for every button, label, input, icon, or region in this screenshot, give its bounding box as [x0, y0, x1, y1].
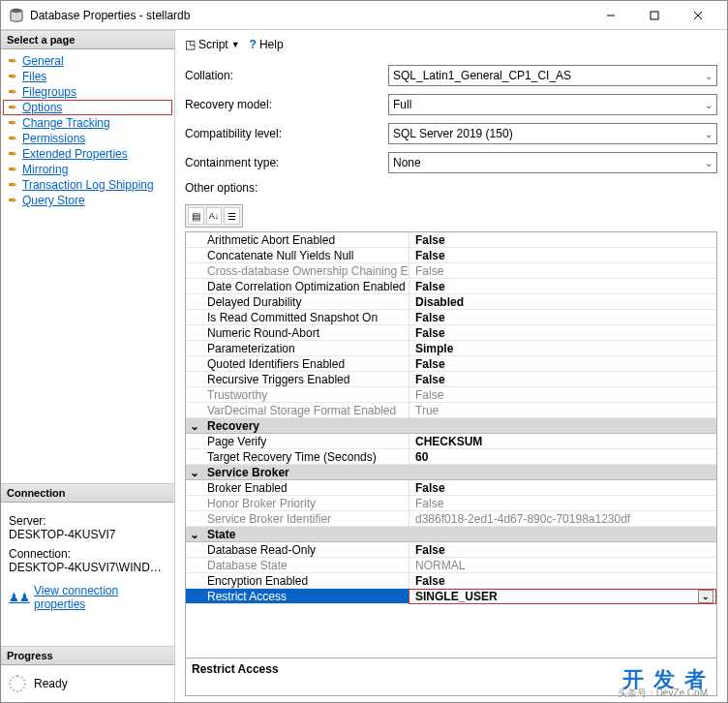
connection-header: Connection [1, 483, 174, 503]
sidebar-item-permissions[interactable]: ✒Permissions [3, 131, 172, 146]
property-row[interactable]: Date Correlation Optimization EnabledFal… [186, 279, 716, 294]
property-row[interactable]: Cross-database Ownership Chaining Enable… [186, 263, 716, 279]
sidebar-item-options[interactable]: ✒Options [3, 100, 172, 115]
property-row[interactable]: Concatenate Null Yields NullFalse [186, 248, 716, 263]
chevron-down-icon[interactable]: ⌄ [698, 590, 713, 603]
svg-rect-2 [651, 12, 658, 19]
property-row[interactable]: Delayed DurabilityDisabled [186, 294, 716, 310]
server-label: Server: [9, 514, 167, 528]
close-button[interactable] [676, 2, 719, 29]
pin-icon: ✒ [7, 178, 18, 192]
script-button[interactable]: ◳ Script ▼ [185, 38, 240, 51]
sidebar-item-query-store[interactable]: ✒Query Store [3, 193, 172, 208]
database-icon [9, 8, 24, 23]
window-title: Database Properties - stellardb [30, 9, 589, 22]
property-value: False [409, 574, 716, 588]
sidebar-item-transaction-log-shipping[interactable]: ✒Transaction Log Shipping [3, 177, 172, 193]
collation-select[interactable]: SQL_Latin1_General_CP1_CI_AS⌄ [388, 65, 717, 86]
page-list: ✒General✒Files✒Filegroups✒Options✒Change… [1, 49, 174, 212]
pin-icon: ✒ [7, 70, 18, 83]
property-name: Database State [186, 559, 409, 572]
property-row[interactable]: Target Recovery Time (Seconds)60 [186, 449, 716, 465]
property-row[interactable]: Database Read-OnlyFalse [186, 542, 716, 558]
property-value: False [409, 280, 716, 293]
maximize-button[interactable] [632, 2, 676, 29]
property-name: Database Read-Only [186, 543, 409, 557]
pin-icon: ✒ [7, 163, 18, 176]
sidebar-item-label: Mirroring [22, 163, 68, 176]
sidebar-item-general[interactable]: ✒General [3, 53, 172, 69]
chevron-down-icon: ⌄ [705, 71, 713, 81]
minimize-button[interactable] [589, 2, 632, 29]
property-row[interactable]: Database StateNORMAL [186, 558, 716, 573]
property-row[interactable]: Is Read Committed Snapshot OnFalse [186, 310, 716, 325]
property-row[interactable]: Restrict AccessSINGLE_USER⌄ [186, 589, 716, 604]
containment-type-select[interactable]: None⌄ [388, 152, 717, 173]
property-pages-button[interactable]: ☰ [224, 207, 240, 225]
server-value: DESKTOP-4KUSVI7 [9, 528, 167, 541]
property-row[interactable]: Recursive Triggers EnabledFalse [186, 372, 716, 387]
collapse-icon[interactable]: ⌄ [186, 466, 203, 479]
property-name: Parameterization [186, 342, 409, 355]
property-row[interactable]: Honor Broker PriorityFalse [186, 496, 716, 511]
pin-icon: ✒ [7, 85, 18, 99]
chevron-down-icon: ⌄ [705, 129, 713, 139]
property-row[interactable]: TrustworthyFalse [186, 387, 716, 403]
sidebar-item-label: General [22, 54, 64, 68]
property-row[interactable]: Broker EnabledFalse [186, 480, 716, 496]
select-page-header: Select a page [1, 30, 174, 49]
property-grid[interactable]: Arithmetic Abort EnabledFalseConcatenate… [185, 231, 717, 658]
sidebar-item-files[interactable]: ✒Files [3, 69, 172, 84]
property-name: Service Broker Identifier [186, 512, 409, 526]
view-connection-properties-link[interactable]: ♟♟ View connection properties [9, 584, 167, 611]
property-name: Cross-database Ownership Chaining Enable… [186, 264, 409, 278]
chevron-down-icon: ⌄ [705, 158, 713, 168]
pin-icon: ✒ [7, 147, 18, 161]
property-name: Quoted Identifiers Enabled [186, 357, 409, 371]
sidebar-item-label: Files [22, 70, 46, 83]
property-name: Restrict Access [186, 590, 409, 603]
property-row[interactable]: Encryption EnabledFalse [186, 573, 716, 589]
sidebar-item-mirroring[interactable]: ✒Mirroring [3, 162, 172, 177]
property-row[interactable]: Service Broker Identifierd386f018-2ed1-4… [186, 511, 716, 527]
property-row[interactable]: VarDecimal Storage Format EnabledTrue [186, 403, 716, 418]
recovery-model-select[interactable]: Full⌄ [388, 94, 717, 115]
progress-status: Ready [34, 677, 68, 690]
property-value: False [409, 481, 716, 495]
sidebar-item-extended-properties[interactable]: ✒Extended Properties [3, 146, 172, 162]
sidebar-item-label: Query Store [22, 194, 85, 207]
property-row[interactable]: Numeric Round-AbortFalse [186, 325, 716, 341]
property-grid-toolbar: ▤ A↓ ☰ [185, 204, 243, 228]
sidebar-item-filegroups[interactable]: ✒Filegroups [3, 84, 172, 100]
sidebar-item-label: Change Tracking [22, 116, 110, 130]
property-row[interactable]: Quoted Identifiers EnabledFalse [186, 356, 716, 372]
property-value-editor[interactable]: SINGLE_USER⌄ [409, 589, 716, 604]
collapse-icon[interactable]: ⌄ [186, 528, 203, 541]
collapse-icon[interactable]: ⌄ [186, 419, 203, 433]
property-name: Date Correlation Optimization Enabled [186, 280, 409, 293]
categorized-view-button[interactable]: ▤ [188, 207, 204, 225]
property-name: Encryption Enabled [186, 574, 409, 588]
property-category[interactable]: ⌄Service Broker [186, 465, 716, 480]
property-value: False [409, 357, 716, 371]
property-category[interactable]: ⌄State [186, 527, 716, 542]
alphabetical-view-button[interactable]: A↓ [206, 207, 223, 225]
compat-level-select[interactable]: SQL Server 2019 (150)⌄ [388, 123, 717, 144]
property-category[interactable]: ⌄Recovery [186, 418, 716, 434]
property-row[interactable]: ParameterizationSimple [186, 341, 716, 356]
property-value: NORMAL [409, 559, 716, 572]
property-value: False [409, 264, 716, 278]
property-value: False [409, 373, 716, 386]
sidebar-item-label: Transaction Log Shipping [22, 178, 154, 192]
sidebar-item-change-tracking[interactable]: ✒Change Tracking [3, 115, 172, 131]
property-description: Restrict Access [185, 658, 717, 696]
collation-label: Collation: [185, 69, 388, 82]
help-button[interactable]: ? Help [250, 38, 284, 51]
property-name: VarDecimal Storage Format Enabled [186, 404, 409, 417]
property-row[interactable]: Arithmetic Abort EnabledFalse [186, 232, 716, 248]
pin-icon: ✒ [7, 194, 18, 207]
property-value: False [409, 543, 716, 557]
property-row[interactable]: Page VerifyCHECKSUM [186, 434, 716, 449]
pin-icon: ✒ [7, 116, 18, 130]
connection-label: Connection: [9, 547, 167, 561]
